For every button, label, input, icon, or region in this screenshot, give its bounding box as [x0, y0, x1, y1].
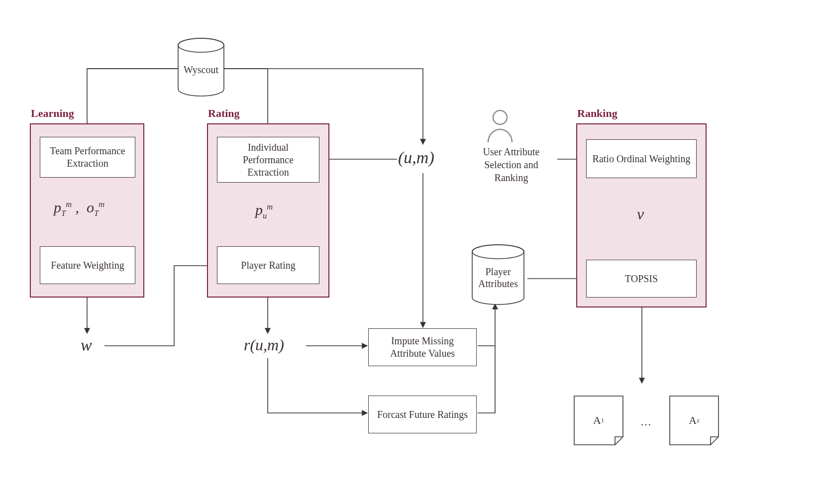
output-doc-first: A1 — [571, 393, 626, 448]
svg-point-2 — [493, 110, 507, 124]
node-individual-performance-extraction: Individual Performance Extraction — [217, 137, 319, 183]
player-attributes-database: Player Attributes — [471, 244, 525, 306]
symbol-p-o-team: pTm , oTm — [54, 199, 104, 218]
output-doc-first-sub: 1 — [601, 417, 604, 424]
node-feature-weighting: Feature Weighting — [40, 246, 135, 284]
wyscout-database: Wyscout — [177, 37, 225, 97]
node-player-rating: Player Rating — [217, 246, 319, 284]
node-topsis: TOPSIS — [586, 260, 697, 298]
diagram-canvas: Wyscout Learning Team Performance Extrac… — [0, 0, 821, 504]
symbol-w: w — [81, 336, 92, 355]
symbol-v: v — [637, 205, 644, 223]
node-forecast-future-ratings: Forcast Future Ratings — [368, 396, 477, 433]
user-icon — [485, 108, 515, 143]
output-ellipsis: … — [640, 415, 651, 428]
player-attributes-label: Player Attributes — [471, 261, 525, 290]
phase-label-learning: Learning — [31, 107, 74, 120]
user-caption: User Attribute Selection and Ranking — [468, 145, 555, 184]
node-impute-missing-attributes: Impute Missing Attribute Values — [368, 328, 477, 366]
node-ratio-ordinal-weighting: Ratio Ordinal Weighting — [586, 139, 697, 178]
output-doc-last: Az — [667, 393, 721, 448]
output-doc-last-sub: z — [697, 417, 699, 424]
symbol-r-um: r(u,m) — [244, 336, 284, 354]
symbol-p-user: pum — [255, 202, 273, 221]
symbol-tuple-um: (u,m) — [398, 148, 434, 167]
phase-label-ranking: Ranking — [577, 107, 617, 120]
wyscout-label: Wyscout — [184, 59, 218, 76]
node-team-performance-extraction: Team Performance Extraction — [40, 137, 135, 178]
phase-label-rating: Rating — [208, 107, 240, 120]
